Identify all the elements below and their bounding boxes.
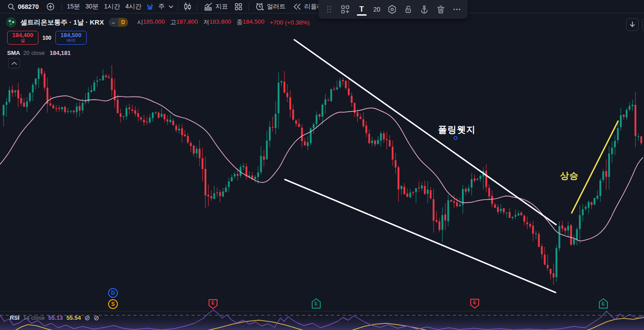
svg-text:E: E	[473, 300, 476, 305]
toolbar-divider	[197, 3, 197, 11]
candlestick-chart-canvas[interactable]	[0, 13, 644, 330]
rsi-value: 55.13	[48, 314, 63, 321]
marker-earnings-down[interactable]: E	[208, 299, 218, 309]
replay-rewind-icon	[293, 2, 301, 11]
candles	[3, 65, 642, 285]
sma-name: SMA	[7, 50, 20, 56]
toolbar-divider	[178, 3, 178, 11]
drag-handle-icon[interactable]	[323, 3, 335, 16]
svg-text:E: E	[211, 300, 214, 305]
timeframe-1h[interactable]: 1시간	[101, 3, 123, 11]
sell-button[interactable]: 184,400 셀	[7, 31, 38, 45]
alert-label: 얼러트	[267, 3, 285, 11]
sma-params: 20 close	[23, 50, 45, 56]
lock-open-icon[interactable]	[402, 3, 414, 16]
ohlc-stats: 시185,000 고187,800 저183,600 종184,500 +700…	[137, 18, 310, 26]
symbol-code: 068270	[18, 3, 39, 10]
rsi-ma-hide-icon[interactable]: ⊘	[94, 314, 100, 321]
rsi-indicator-legend[interactable]: RSI 14 close 55.13 55.54 ⊘ ⊘	[10, 314, 99, 321]
rsi-ma-value: 55.54	[67, 314, 81, 321]
stat-close: 종184,500	[237, 18, 264, 26]
font-size-value[interactable]: 20	[372, 6, 382, 13]
wedge-upper-trendline	[294, 40, 556, 225]
candle-style-icon[interactable]	[181, 1, 194, 13]
text-anchor-handle	[454, 137, 457, 140]
buy-label: 바이	[67, 38, 75, 43]
layout-grid-icon[interactable]	[231, 1, 246, 13]
add-template-icon[interactable]	[339, 3, 351, 16]
trade-panel: 184,400 셀 100 184,500 바이	[7, 31, 87, 45]
scroll-to-recent-button[interactable]	[626, 18, 639, 31]
compare-add-button[interactable]	[42, 1, 59, 13]
trash-icon[interactable]	[435, 3, 447, 16]
anchor-icon[interactable]	[418, 3, 431, 16]
chevron-down-icon[interactable]	[168, 4, 174, 10]
timeframe-1d[interactable]: 날	[144, 3, 155, 11]
timeframe-1w[interactable]: 주	[155, 3, 167, 11]
chevron-up-icon	[11, 61, 17, 66]
marker-dividend[interactable]: D	[108, 288, 118, 298]
interval-toggle-pill[interactable]: – D	[109, 18, 128, 27]
symbol-legend: 셀트리온보통주 · 1날 · KRX – D 시185,000 고187,800…	[6, 17, 309, 27]
stat-low: 저183,600	[203, 18, 231, 26]
indicators-icon	[204, 2, 213, 11]
rsi-params: 14 close	[23, 314, 45, 321]
sma-value: 184,181	[50, 50, 71, 56]
marker-earnings-up[interactable]: E	[598, 298, 608, 309]
marker-earnings-up[interactable]: E	[311, 298, 321, 309]
symbol-title[interactable]: 셀트리온보통주 · 1날 · KRX	[21, 18, 104, 27]
stat-high: 고187,800	[170, 18, 198, 26]
stat-open: 시185,000	[137, 18, 165, 26]
sma-line	[0, 96, 643, 241]
sell-label: 셀	[21, 38, 25, 43]
rise-text-annotation[interactable]: 상승	[560, 170, 579, 182]
falling-wedge-text-annotation[interactable]: 폴링웻지	[438, 124, 476, 136]
toolbar-divider	[248, 3, 249, 11]
interval-badge[interactable]: D	[118, 18, 128, 27]
alert-clock-icon	[255, 2, 264, 11]
timeframe-15m[interactable]: 15분	[64, 3, 83, 11]
active-indicator	[357, 14, 367, 16]
search-icon	[7, 3, 15, 11]
rsi-hide-icon[interactable]: ⊘	[84, 314, 90, 321]
timeframe-30m[interactable]: 30분	[83, 3, 101, 11]
indicators-button[interactable]: 지표	[200, 1, 231, 13]
price-change: +700 (+0.38%)	[270, 19, 309, 26]
buy-price: 184,500	[61, 32, 82, 38]
sell-price: 184,400	[13, 32, 33, 38]
timeframe-4h[interactable]: 4시간	[123, 3, 144, 11]
indicators-label: 지표	[215, 3, 228, 11]
toolbar-divider	[61, 3, 62, 11]
svg-text:E: E	[602, 301, 605, 306]
rsi-name: RSI	[10, 314, 20, 321]
sma-indicator-legend[interactable]: SMA 20 close 184,181	[7, 50, 71, 56]
symbol-search[interactable]: 068270	[4, 1, 42, 13]
plus-circle-icon	[46, 2, 55, 11]
minus-toggle[interactable]: –	[109, 19, 118, 26]
svg-text:E: E	[314, 301, 318, 306]
buy-button[interactable]: 184,500 바이	[55, 31, 87, 45]
text-tool-active[interactable]: T	[355, 2, 368, 17]
floating-drawing-toolbar: T 20	[318, 0, 468, 19]
more-options-icon[interactable]	[451, 3, 463, 16]
quantity-value[interactable]: 100	[42, 35, 51, 41]
legend-collapse-button[interactable]	[8, 58, 20, 68]
celltrion-logo-icon	[6, 17, 16, 27]
alert-button[interactable]: 얼러트	[251, 1, 289, 13]
marker-earnings-down[interactable]: E	[470, 298, 480, 309]
arrow-down-icon	[629, 21, 636, 28]
settings-hexagon-icon[interactable]	[386, 3, 398, 16]
edge-clipped-button[interactable]	[642, 18, 644, 31]
marker-split[interactable]: S	[108, 299, 118, 309]
